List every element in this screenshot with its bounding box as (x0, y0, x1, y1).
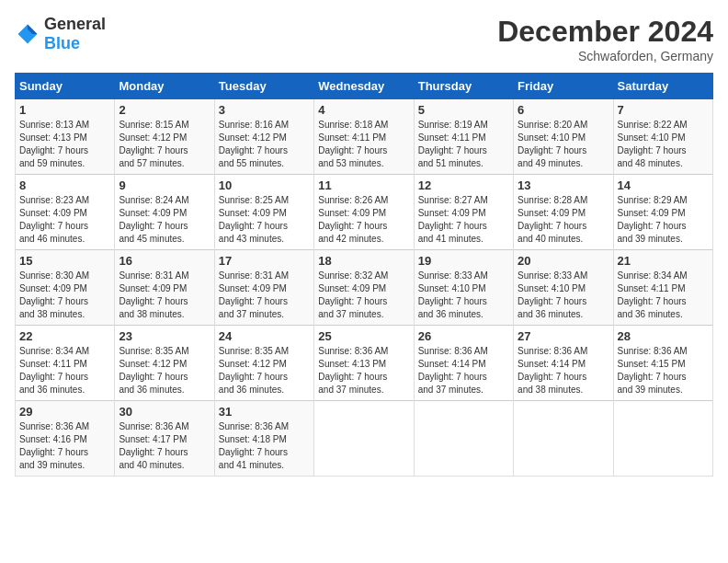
day-number: 13 (518, 178, 609, 192)
calendar-cell: 24 Sunrise: 8:35 AM Sunset: 4:12 PM Dayl… (214, 326, 313, 401)
cell-info: Sunrise: 8:25 AM Sunset: 4:09 PM Dayligh… (219, 194, 310, 246)
week-row-3: 15 Sunrise: 8:30 AM Sunset: 4:09 PM Dayl… (16, 250, 713, 326)
calendar-cell: 9 Sunrise: 8:24 AM Sunset: 4:09 PM Dayli… (115, 175, 214, 250)
cell-info: Sunrise: 8:30 AM Sunset: 4:09 PM Dayligh… (19, 270, 110, 321)
calendar-cell: 19 Sunrise: 8:33 AM Sunset: 4:10 PM Dayl… (414, 250, 513, 326)
day-number: 1 (19, 103, 110, 117)
day-number: 26 (418, 329, 509, 343)
cell-info: Sunrise: 8:36 AM Sunset: 4:15 PM Dayligh… (618, 345, 709, 396)
cell-info: Sunrise: 8:33 AM Sunset: 4:10 PM Dayligh… (418, 270, 509, 321)
day-number: 12 (418, 178, 509, 192)
calendar-cell (314, 401, 414, 477)
calendar-cell: 16 Sunrise: 8:31 AM Sunset: 4:09 PM Dayl… (115, 250, 214, 326)
calendar-cell: 4 Sunrise: 8:18 AM Sunset: 4:11 PM Dayli… (314, 99, 414, 175)
calendar-cell: 14 Sunrise: 8:29 AM Sunset: 4:09 PM Dayl… (613, 175, 712, 250)
calendar-cell: 26 Sunrise: 8:36 AM Sunset: 4:14 PM Dayl… (414, 326, 513, 401)
month-title: December 2024 (497, 15, 713, 49)
cell-info: Sunrise: 8:33 AM Sunset: 4:10 PM Dayligh… (518, 270, 609, 321)
logo-blue: Blue (44, 34, 80, 52)
cell-info: Sunrise: 8:13 AM Sunset: 4:13 PM Dayligh… (19, 119, 110, 170)
cell-info: Sunrise: 8:31 AM Sunset: 4:09 PM Dayligh… (219, 270, 310, 321)
calendar-cell: 5 Sunrise: 8:19 AM Sunset: 4:11 PM Dayli… (414, 99, 513, 175)
calendar-cell: 15 Sunrise: 8:30 AM Sunset: 4:09 PM Dayl… (16, 250, 115, 326)
cell-info: Sunrise: 8:35 AM Sunset: 4:12 PM Dayligh… (219, 345, 310, 396)
calendar-cell: 12 Sunrise: 8:27 AM Sunset: 4:09 PM Dayl… (414, 175, 513, 250)
calendar-cell (514, 401, 613, 477)
cell-info: Sunrise: 8:36 AM Sunset: 4:17 PM Dayligh… (119, 420, 210, 472)
calendar-cell (414, 401, 513, 477)
day-number: 15 (19, 254, 110, 268)
day-number: 21 (618, 254, 709, 268)
calendar-cell: 2 Sunrise: 8:15 AM Sunset: 4:12 PM Dayli… (115, 99, 214, 175)
cell-info: Sunrise: 8:35 AM Sunset: 4:12 PM Dayligh… (119, 345, 210, 396)
calendar-cell: 11 Sunrise: 8:26 AM Sunset: 4:09 PM Dayl… (314, 175, 414, 250)
calendar-cell: 20 Sunrise: 8:33 AM Sunset: 4:10 PM Dayl… (514, 250, 613, 326)
cell-info: Sunrise: 8:22 AM Sunset: 4:10 PM Dayligh… (618, 119, 709, 170)
cell-info: Sunrise: 8:19 AM Sunset: 4:11 PM Dayligh… (418, 119, 509, 170)
cell-info: Sunrise: 8:31 AM Sunset: 4:09 PM Dayligh… (119, 270, 210, 321)
cell-info: Sunrise: 8:36 AM Sunset: 4:16 PM Dayligh… (19, 420, 110, 472)
day-number: 27 (518, 329, 609, 343)
calendar-cell: 28 Sunrise: 8:36 AM Sunset: 4:15 PM Dayl… (613, 326, 712, 401)
day-number: 5 (418, 103, 509, 117)
day-number: 9 (119, 178, 210, 192)
logo: General Blue (15, 15, 106, 53)
day-number: 30 (119, 405, 210, 419)
day-number: 10 (219, 178, 310, 192)
col-header-thursday: Thursday (414, 74, 513, 99)
day-number: 20 (518, 254, 609, 268)
page-header: General Blue December 2024 Schwaforden, … (15, 15, 713, 63)
calendar-cell: 17 Sunrise: 8:31 AM Sunset: 4:09 PM Dayl… (214, 250, 313, 326)
day-number: 19 (418, 254, 509, 268)
cell-info: Sunrise: 8:29 AM Sunset: 4:09 PM Dayligh… (618, 194, 709, 246)
calendar-cell: 27 Sunrise: 8:36 AM Sunset: 4:14 PM Dayl… (514, 326, 613, 401)
day-number: 29 (19, 405, 110, 419)
col-header-monday: Monday (115, 74, 214, 99)
cell-info: Sunrise: 8:32 AM Sunset: 4:09 PM Dayligh… (318, 270, 409, 321)
cell-info: Sunrise: 8:18 AM Sunset: 4:11 PM Dayligh… (318, 119, 409, 170)
day-number: 2 (119, 103, 210, 117)
day-number: 23 (119, 329, 210, 343)
calendar-cell: 21 Sunrise: 8:34 AM Sunset: 4:11 PM Dayl… (613, 250, 712, 326)
col-header-saturday: Saturday (613, 74, 712, 99)
cell-info: Sunrise: 8:16 AM Sunset: 4:12 PM Dayligh… (219, 119, 310, 170)
day-number: 8 (19, 178, 110, 192)
calendar-cell: 6 Sunrise: 8:20 AM Sunset: 4:10 PM Dayli… (514, 99, 613, 175)
day-number: 16 (119, 254, 210, 268)
calendar-cell: 13 Sunrise: 8:28 AM Sunset: 4:09 PM Dayl… (514, 175, 613, 250)
cell-info: Sunrise: 8:26 AM Sunset: 4:09 PM Dayligh… (318, 194, 409, 246)
day-number: 14 (618, 178, 709, 192)
calendar-cell: 1 Sunrise: 8:13 AM Sunset: 4:13 PM Dayli… (16, 99, 115, 175)
col-header-wednesday: Wednesday (314, 74, 414, 99)
day-number: 3 (219, 103, 310, 117)
calendar-cell: 18 Sunrise: 8:32 AM Sunset: 4:09 PM Dayl… (314, 250, 414, 326)
week-row-2: 8 Sunrise: 8:23 AM Sunset: 4:09 PM Dayli… (16, 175, 713, 250)
week-row-5: 29 Sunrise: 8:36 AM Sunset: 4:16 PM Dayl… (16, 401, 713, 477)
calendar-cell: 30 Sunrise: 8:36 AM Sunset: 4:17 PM Dayl… (115, 401, 214, 477)
day-number: 22 (19, 329, 110, 343)
calendar-table: SundayMondayTuesdayWednesdayThursdayFrid… (15, 73, 713, 477)
header-row: SundayMondayTuesdayWednesdayThursdayFrid… (16, 74, 713, 99)
cell-info: Sunrise: 8:24 AM Sunset: 4:09 PM Dayligh… (119, 194, 210, 246)
logo-general: General (44, 15, 106, 33)
cell-info: Sunrise: 8:20 AM Sunset: 4:10 PM Dayligh… (518, 119, 609, 170)
cell-info: Sunrise: 8:34 AM Sunset: 4:11 PM Dayligh… (618, 270, 709, 321)
cell-info: Sunrise: 8:36 AM Sunset: 4:14 PM Dayligh… (418, 345, 509, 396)
calendar-cell (613, 401, 712, 477)
day-number: 18 (318, 254, 409, 268)
day-number: 7 (618, 103, 709, 117)
day-number: 25 (318, 329, 409, 343)
cell-info: Sunrise: 8:23 AM Sunset: 4:09 PM Dayligh… (19, 194, 110, 246)
day-number: 24 (219, 329, 310, 343)
logo-text: General Blue (44, 15, 106, 53)
calendar-cell: 8 Sunrise: 8:23 AM Sunset: 4:09 PM Dayli… (16, 175, 115, 250)
cell-info: Sunrise: 8:15 AM Sunset: 4:12 PM Dayligh… (119, 119, 210, 170)
cell-info: Sunrise: 8:36 AM Sunset: 4:14 PM Dayligh… (518, 345, 609, 396)
day-number: 6 (518, 103, 609, 117)
week-row-1: 1 Sunrise: 8:13 AM Sunset: 4:13 PM Dayli… (16, 99, 713, 175)
day-number: 4 (318, 103, 409, 117)
week-row-4: 22 Sunrise: 8:34 AM Sunset: 4:11 PM Dayl… (16, 326, 713, 401)
cell-info: Sunrise: 8:36 AM Sunset: 4:18 PM Dayligh… (219, 420, 310, 472)
calendar-cell: 10 Sunrise: 8:25 AM Sunset: 4:09 PM Dayl… (214, 175, 313, 250)
title-block: December 2024 Schwaforden, Germany (497, 15, 713, 63)
